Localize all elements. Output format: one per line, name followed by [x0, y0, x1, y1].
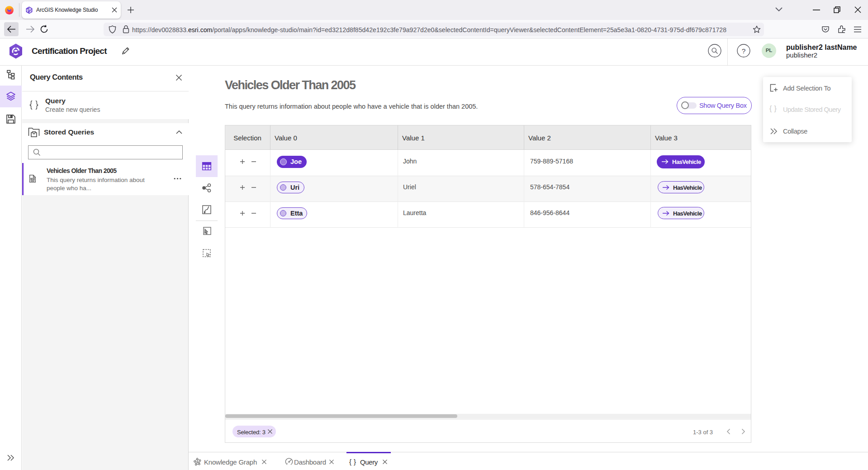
svg-text:?: ? [742, 47, 746, 55]
